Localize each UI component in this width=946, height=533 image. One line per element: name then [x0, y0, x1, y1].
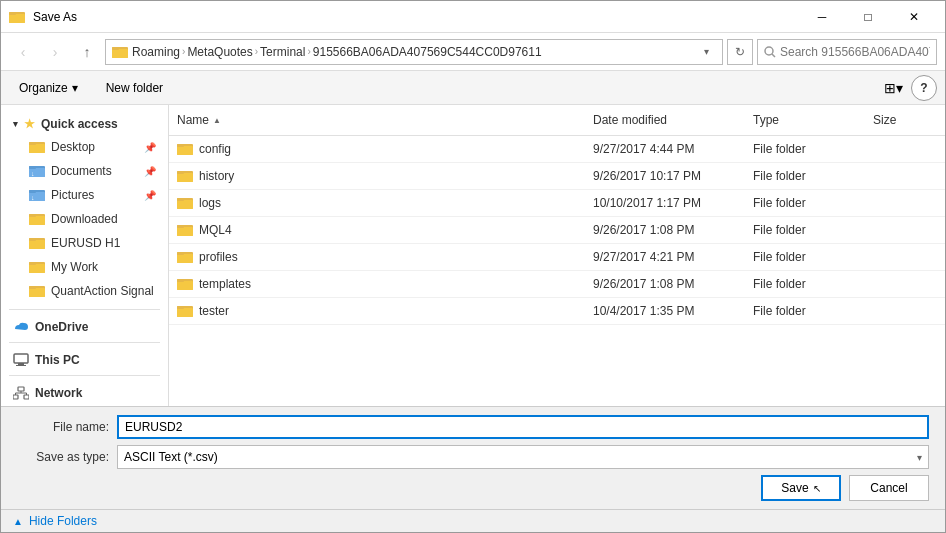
sidebar-item-eurusd[interactable]: EURUSD H1: [1, 231, 168, 255]
file-name: config: [199, 142, 231, 156]
forward-button[interactable]: ›: [41, 38, 69, 66]
table-row[interactable]: history 9/26/2017 10:17 PM File folder: [169, 163, 945, 190]
table-row[interactable]: MQL4 9/26/2017 1:08 PM File folder: [169, 217, 945, 244]
minimize-button[interactable]: ─: [799, 1, 845, 33]
col-header-date[interactable]: Date modified: [585, 109, 745, 131]
content-area: Name ▲ Date modified Type Size: [169, 105, 945, 406]
file-date: 9/26/2017 1:08 PM: [593, 223, 694, 237]
quick-access-header[interactable]: ▾ ★ Quick access: [1, 111, 168, 135]
saveas-arrow: ▾: [917, 452, 922, 463]
breadcrumb-guid[interactable]: 915566BA06ADA407569C544CC0D97611: [313, 45, 542, 59]
file-date-cell: 9/26/2017 1:08 PM: [585, 271, 745, 297]
saveas-row: Save as type: ASCII Text (*.csv) ▾: [17, 445, 929, 469]
breadcrumb-sep-2: ›: [255, 46, 258, 57]
file-type-cell: File folder: [745, 136, 865, 162]
address-dropdown-button[interactable]: ▾: [696, 42, 716, 62]
breadcrumb-terminal[interactable]: Terminal: [260, 45, 305, 59]
svg-rect-26: [29, 264, 45, 273]
breadcrumb-sep-1: ›: [182, 46, 185, 57]
network-header[interactable]: Network: [1, 380, 168, 404]
sidebar-divider-3: [9, 375, 160, 376]
cancel-button[interactable]: Cancel: [849, 475, 929, 501]
col-header-type[interactable]: Type: [745, 109, 865, 131]
sidebar-item-desktop[interactable]: Desktop 📌: [1, 135, 168, 159]
svg-text:↓: ↓: [31, 194, 35, 201]
file-date: 9/26/2017 10:17 PM: [593, 169, 701, 183]
file-date-cell: 9/27/2017 4:44 PM: [585, 136, 745, 162]
svg-rect-54: [177, 254, 193, 263]
sidebar-item-mywork[interactable]: My Work: [1, 255, 168, 279]
breadcrumb-metaquotes[interactable]: MetaQuotes: [187, 45, 252, 59]
col-size-label: Size: [873, 113, 896, 127]
hide-folders-bar[interactable]: ▲ Hide Folders: [1, 509, 945, 532]
sidebar-item-pictures[interactable]: ↓ Pictures 📌: [1, 183, 168, 207]
search-icon: [764, 46, 776, 58]
organize-button[interactable]: Organize ▾: [9, 75, 88, 101]
thispc-header[interactable]: This PC: [1, 347, 168, 371]
file-size-cell: [865, 244, 945, 270]
close-button[interactable]: ✕: [891, 1, 937, 33]
svg-rect-29: [29, 288, 45, 297]
maximize-button[interactable]: □: [845, 1, 891, 33]
file-date-cell: 10/10/2017 1:17 PM: [585, 190, 745, 216]
refresh-button[interactable]: ↻: [727, 39, 753, 65]
file-name: MQL4: [199, 223, 232, 237]
svg-rect-30: [29, 286, 36, 289]
col-header-name[interactable]: Name ▲: [169, 109, 585, 131]
sidebar-item-quantaction[interactable]: QuantAction Signal: [1, 279, 168, 303]
breadcrumb-roaming[interactable]: Roaming: [132, 45, 180, 59]
onedrive-header[interactable]: OneDrive: [1, 314, 168, 338]
new-folder-button[interactable]: New folder: [96, 75, 173, 101]
saveas-select[interactable]: ASCII Text (*.csv) ▾: [117, 445, 929, 469]
folder-icon: [112, 44, 128, 60]
file-size-cell: [865, 190, 945, 216]
svg-rect-57: [177, 281, 193, 290]
svg-rect-34: [18, 387, 24, 391]
table-row[interactable]: profiles 9/27/2017 4:21 PM File folder: [169, 244, 945, 271]
desktop-folder-icon: [29, 139, 45, 155]
search-box[interactable]: [757, 39, 937, 65]
sidebar-item-downloaded[interactable]: Downloaded: [1, 207, 168, 231]
save-as-dialog: Save As ─ □ ✕ ‹ › ↑ Roaming › MetaQuotes…: [0, 0, 946, 533]
table-row[interactable]: tester 10/4/2017 1:35 PM File folder: [169, 298, 945, 325]
svg-rect-10: [29, 142, 36, 145]
save-label: Save: [781, 481, 808, 495]
column-headers: Name ▲ Date modified Type Size: [169, 105, 945, 136]
file-name-cell: profiles: [169, 244, 585, 270]
svg-rect-55: [177, 252, 184, 255]
search-input[interactable]: [780, 45, 930, 59]
sidebar-item-documents-label: Documents: [51, 164, 112, 178]
svg-rect-49: [177, 198, 184, 201]
table-row[interactable]: config 9/27/2017 4:44 PM File folder: [169, 136, 945, 163]
sidebar-item-documents[interactable]: ↓ Documents 📌: [1, 159, 168, 183]
up-button[interactable]: ↑: [73, 38, 101, 66]
file-type: File folder: [753, 277, 806, 291]
quick-access-chevron: ▾: [13, 119, 18, 129]
svg-rect-31: [14, 354, 28, 363]
back-button[interactable]: ‹: [9, 38, 37, 66]
folder-icon: [177, 222, 193, 238]
svg-rect-4: [112, 49, 128, 58]
svg-rect-21: [29, 214, 36, 217]
table-row[interactable]: templates 9/26/2017 1:08 PM File folder: [169, 271, 945, 298]
network-label: Network: [35, 386, 82, 400]
toolbar-right: ⊞▾ ?: [879, 75, 937, 101]
address-bar[interactable]: Roaming › MetaQuotes › Terminal › 915566…: [105, 39, 723, 65]
folder-icon: [177, 303, 193, 319]
save-button[interactable]: Save ↖: [761, 475, 841, 501]
filename-input[interactable]: [117, 415, 929, 439]
file-name-cell: templates: [169, 271, 585, 297]
help-button[interactable]: ?: [911, 75, 937, 101]
file-type-cell: File folder: [745, 298, 865, 324]
svg-rect-61: [177, 306, 184, 309]
view-options-button[interactable]: ⊞▾: [879, 75, 907, 101]
file-name-cell: history: [169, 163, 585, 189]
col-header-size[interactable]: Size: [865, 109, 945, 131]
navigation-toolbar: ‹ › ↑ Roaming › MetaQuotes › Terminal › …: [1, 33, 945, 71]
file-date: 10/10/2017 1:17 PM: [593, 196, 701, 210]
svg-rect-32: [18, 363, 24, 365]
quick-access-section: ▾ ★ Quick access Desktop 📌: [1, 109, 168, 305]
table-row[interactable]: logs 10/10/2017 1:17 PM File folder: [169, 190, 945, 217]
svg-rect-33: [16, 365, 26, 366]
file-name: logs: [199, 196, 221, 210]
